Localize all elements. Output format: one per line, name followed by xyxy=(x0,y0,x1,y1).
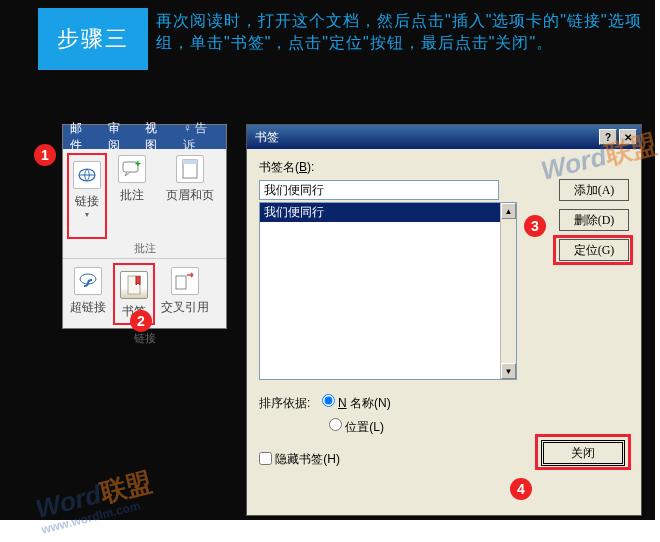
comment-icon: + xyxy=(118,155,146,183)
dialog-titlebar[interactable]: 书签 ? ✕ xyxy=(247,125,641,149)
crossref-icon xyxy=(171,267,199,295)
svg-rect-7 xyxy=(176,276,186,289)
help-button[interactable]: ? xyxy=(599,129,617,145)
crossref-button[interactable]: 交叉引用 xyxy=(155,261,215,327)
goto-button[interactable]: 定位(G) xyxy=(559,239,629,261)
links-icon xyxy=(73,161,101,189)
step-badge: 步骤三 xyxy=(38,8,148,70)
hyperlink-icon xyxy=(74,267,102,295)
sort-name-option[interactable]: N名称(N) 名称(N) xyxy=(322,396,391,410)
bookmark-name-label: 书签名(B): xyxy=(259,159,629,176)
links-group-label: 链接 xyxy=(63,331,226,346)
hyperlink-label: 超链接 xyxy=(70,299,106,316)
add-button[interactable]: 添加(A) xyxy=(559,179,629,201)
dialog-title: 书签 xyxy=(251,129,597,146)
word-ribbon: 邮件 审阅 视图 ♀ 告诉 链接 ▾ + 批注 xyxy=(62,124,227,329)
hidden-label: 隐藏书签(H) xyxy=(275,452,340,466)
bookmark-name-input[interactable] xyxy=(259,180,499,200)
close-button[interactable]: 关闭 xyxy=(543,442,623,464)
bookmark-list[interactable]: 我们便同行 ▲ ▼ xyxy=(259,202,517,380)
step-marker-2: 2 xyxy=(130,310,152,332)
scrollbar[interactable]: ▲ ▼ xyxy=(500,203,516,379)
hidden-checkbox[interactable] xyxy=(259,452,272,465)
links-label: 链接 xyxy=(75,193,99,210)
step-marker-1: 1 xyxy=(34,144,56,166)
crossref-label: 交叉引用 xyxy=(161,299,209,316)
sort-row: 排序依据: N名称(N) 名称(N) 位置(L) xyxy=(259,394,629,436)
hyperlink-button[interactable]: 超链接 xyxy=(63,261,113,327)
scroll-down-button[interactable]: ▼ xyxy=(501,363,516,379)
header-icon xyxy=(176,155,204,183)
svg-rect-4 xyxy=(183,160,197,164)
comments-group-label: 批注 xyxy=(63,239,226,259)
close-x-button[interactable]: ✕ xyxy=(619,129,637,145)
chevron-down-icon: ▾ xyxy=(85,210,89,219)
tab-tellme[interactable]: ♀ 告诉 xyxy=(176,120,226,154)
header-label: 页眉和页 xyxy=(166,187,214,204)
sort-label: 排序依据: xyxy=(259,396,310,410)
tab-mailings[interactable]: 邮件 xyxy=(63,120,101,154)
instruction-text: 再次阅读时，打开这个文档，然后点击"插入"选项卡的"链接"选项组，单击"书签"，… xyxy=(156,10,651,54)
bookmark-icon xyxy=(120,271,148,299)
svg-text:+: + xyxy=(135,161,141,169)
header-footer-button[interactable]: 页眉和页 xyxy=(157,149,223,239)
scroll-up-button[interactable]: ▲ xyxy=(501,203,516,219)
delete-button[interactable]: 删除(D) xyxy=(559,209,629,231)
list-item[interactable]: 我们便同行 xyxy=(260,203,516,222)
links-dropdown-button[interactable]: 链接 ▾ xyxy=(67,153,107,239)
step-marker-3: 3 xyxy=(524,215,546,237)
step-marker-4: 4 xyxy=(510,478,532,500)
bookmark-dialog: 书签 ? ✕ 书签名(B): 我们便同行 ▲ ▼ 添加(A) 删除(D) 定位(… xyxy=(246,124,642,516)
sort-location-option[interactable]: 位置(L) xyxy=(329,418,629,436)
comment-label: 批注 xyxy=(120,187,144,204)
new-comment-button[interactable]: + 批注 xyxy=(107,149,157,239)
